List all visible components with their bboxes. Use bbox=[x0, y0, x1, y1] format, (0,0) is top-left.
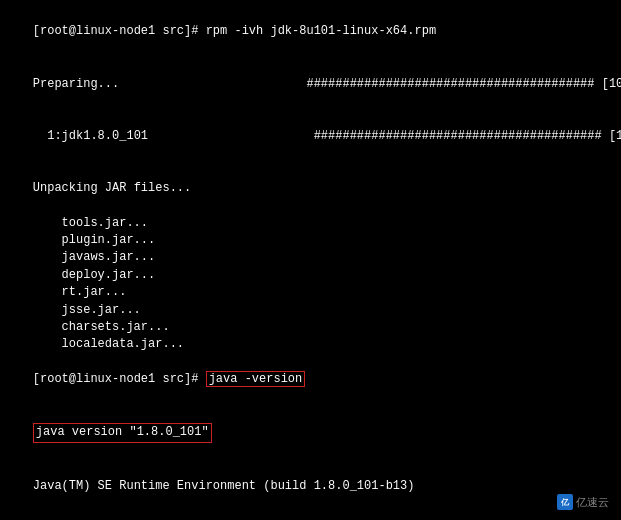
pkg-text: 1:jdk1.8.0_101 #########################… bbox=[33, 129, 602, 143]
watermark: 亿 亿速云 bbox=[553, 492, 613, 512]
java-version-cmd: java -version bbox=[206, 371, 306, 387]
terminal-line: Java HotSpot(TM) 64-Bit Server VM (build… bbox=[4, 512, 617, 520]
terminal-line: Java(TM) SE Runtime Environment (build 1… bbox=[4, 460, 617, 512]
terminal-line: tools.jar... bbox=[4, 215, 617, 232]
terminal: [root@linux-node1 src]# rpm -ivh jdk-8u1… bbox=[0, 0, 621, 520]
watermark-text: 亿速云 bbox=[576, 495, 609, 510]
terminal-line: [root@linux-node1 src]# java -version bbox=[4, 354, 617, 406]
terminal-line: plugin.jar... bbox=[4, 232, 617, 249]
terminal-line: charsets.jar... bbox=[4, 319, 617, 336]
terminal-line: javaws.jar... bbox=[4, 249, 617, 266]
terminal-line: deploy.jar... bbox=[4, 267, 617, 284]
cmd-text: [root@linux-node1 src]# rpm -ivh jdk-8u1… bbox=[33, 24, 436, 38]
terminal-line: rt.jar... bbox=[4, 284, 617, 301]
terminal-line: 1:jdk1.8.0_101 #########################… bbox=[4, 110, 617, 162]
terminal-line: Unpacking JAR files... bbox=[4, 163, 617, 215]
watermark-logo: 亿 bbox=[557, 494, 573, 510]
preparing-text: Preparing... ###########################… bbox=[33, 77, 595, 91]
terminal-line: jsse.jar... bbox=[4, 302, 617, 319]
java-version-output: java version "1.8.0_101" bbox=[33, 423, 212, 442]
terminal-line: java version "1.8.0_101" bbox=[4, 406, 617, 460]
terminal-line: [root@linux-node1 src]# rpm -ivh jdk-8u1… bbox=[4, 6, 617, 58]
terminal-line: Preparing... ###########################… bbox=[4, 58, 617, 110]
terminal-line: localedata.jar... bbox=[4, 336, 617, 353]
